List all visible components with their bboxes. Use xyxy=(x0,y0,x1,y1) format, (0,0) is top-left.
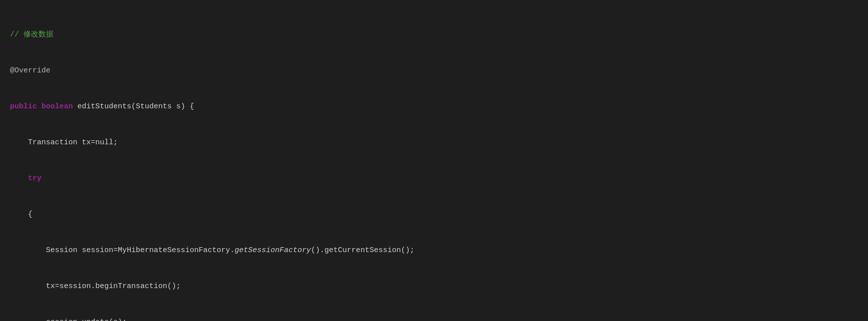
line-begin-tx: tx=session.beginTransaction(); xyxy=(10,281,858,293)
code-block: // 修改数据 @Override public boolean editStu… xyxy=(10,5,858,321)
italic-getSessionFactory: getSessionFactory xyxy=(235,246,311,255)
line-annotation: @Override xyxy=(10,65,858,77)
line-try: try xyxy=(10,173,858,185)
plain-method: editStudents(Students s) { xyxy=(73,102,194,111)
comment-text: // 修改数据 xyxy=(10,30,53,39)
plain-update: session.update(s); xyxy=(10,318,127,321)
plain-space xyxy=(37,102,41,111)
plain-begin-tx: tx=session.beginTransaction(); xyxy=(10,282,181,291)
line-transaction: Transaction tx=null; xyxy=(10,137,858,149)
line-update: session.update(s); xyxy=(10,317,858,321)
line-session: Session session=MyHibernateSessionFactor… xyxy=(10,245,858,257)
keyword-boolean: boolean xyxy=(41,102,73,111)
line-method-sig: public boolean editStudents(Students s) … xyxy=(10,101,858,113)
annotation-text: @Override xyxy=(10,66,50,75)
plain-paren1: ().getCurrentSession(); xyxy=(311,246,414,255)
plain-transaction: Transaction tx=null; xyxy=(10,138,118,147)
plain-indent-try xyxy=(10,174,28,183)
line-open-brace1: { xyxy=(10,209,858,221)
keyword-public: public xyxy=(10,102,37,111)
line-comment: // 修改数据 xyxy=(10,29,858,41)
plain-session-indent: Session session=MyHibernateSessionFactor… xyxy=(10,246,235,255)
keyword-try: try xyxy=(28,174,41,183)
plain-brace1: { xyxy=(10,210,32,219)
